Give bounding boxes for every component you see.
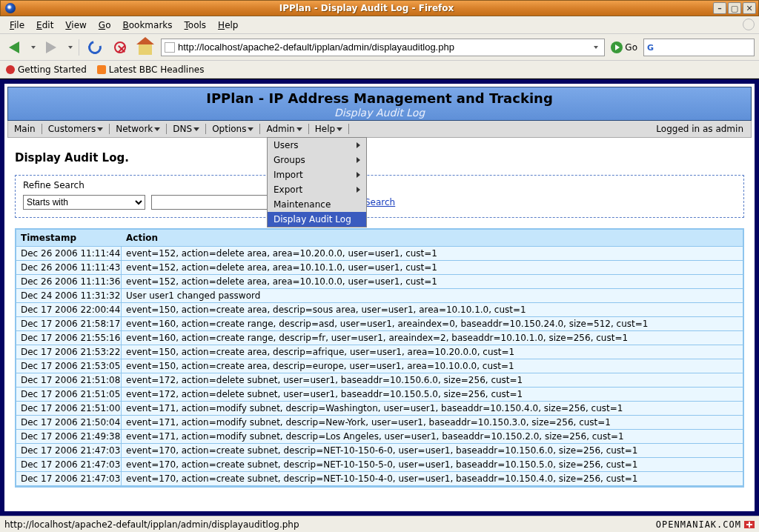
window-title: IPPlan - Display Audit Log - Firefox xyxy=(20,3,713,13)
url-bar[interactable] xyxy=(161,39,605,56)
nav-customers[interactable]: Customers xyxy=(42,121,110,137)
search-input[interactable] xyxy=(659,41,751,53)
chevron-right-icon xyxy=(357,157,360,163)
table-row: Dec 17 2006 22:00:44event=150, action=cr… xyxy=(16,303,743,317)
cell-action: event=170, action=create subnet, descrip… xyxy=(122,458,743,472)
maximize-button[interactable]: ▢ xyxy=(728,2,741,14)
url-history-dropdown[interactable] xyxy=(589,46,601,49)
forward-history-dropdown[interactable] xyxy=(68,46,73,49)
table-row: Dec 26 2006 11:11:44event=152, action=de… xyxy=(16,247,743,261)
table-row: Dec 17 2006 21:55:16event=160, action=cr… xyxy=(16,331,743,345)
back-history-dropdown[interactable] xyxy=(31,46,36,49)
table-row: Dec 26 2006 11:11:43event=152, action=de… xyxy=(16,261,743,275)
admin-menu-display-audit-log[interactable]: Display Audit Log xyxy=(268,212,366,227)
cell-timestamp: Dec 17 2006 21:53:05 xyxy=(16,359,122,373)
toolbar-separator xyxy=(79,39,79,56)
nav-help[interactable]: Help xyxy=(309,121,348,137)
login-status: Logged in as admin xyxy=(656,124,751,134)
cell-action: event=150, action=create area, descrip=e… xyxy=(122,359,743,373)
go-button[interactable]: Go xyxy=(611,41,637,53)
cell-action: event=152, action=delete area, area=10.1… xyxy=(122,261,743,275)
bookmark-icon xyxy=(6,65,15,74)
cell-timestamp: Dec 17 2006 21:51:08 xyxy=(16,373,122,388)
admin-menu-import[interactable]: Import xyxy=(268,167,366,182)
cell-timestamp: Dec 24 2006 11:31:32 xyxy=(16,289,122,303)
table-row: Dec 17 2006 21:53:22event=150, action=cr… xyxy=(16,345,743,359)
rss-icon xyxy=(97,65,106,74)
page-viewport: IPPlan - IP Address Management and Track… xyxy=(0,79,759,516)
cell-timestamp: Dec 17 2006 21:58:17 xyxy=(16,317,122,331)
menu-bookmarks[interactable]: Bookmarks xyxy=(117,18,177,33)
cell-action: event=171, action=modify subnet, descrip… xyxy=(122,430,743,444)
google-icon xyxy=(647,42,656,53)
menu-go[interactable]: Go xyxy=(93,18,116,33)
close-button[interactable]: ✕ xyxy=(743,2,756,14)
table-row: Dec 17 2006 21:47:03event=170, action=cr… xyxy=(16,472,743,486)
cell-timestamp: Dec 17 2006 21:49:38 xyxy=(16,430,122,444)
cell-action: event=152, action=delete area, area=10.1… xyxy=(122,275,743,289)
page-icon xyxy=(165,42,175,53)
cell-action: event=152, action=delete area, area=10.2… xyxy=(122,247,743,261)
bookmark-bbc-headlines[interactable]: Latest BBC Headlines xyxy=(97,64,205,75)
table-row: Dec 17 2006 21:51:08event=172, action=de… xyxy=(16,373,743,388)
cell-timestamp: Dec 17 2006 21:55:16 xyxy=(16,331,122,345)
table-row: Dec 17 2006 21:51:05event=172, action=de… xyxy=(16,388,743,402)
table-row: Dec 17 2006 21:53:05event=150, action=cr… xyxy=(16,359,743,373)
cell-timestamp: Dec 26 2006 11:11:43 xyxy=(16,261,122,275)
nav-network[interactable]: Network xyxy=(110,121,166,137)
cell-action: User user1 changed password xyxy=(122,289,743,303)
cell-action: event=160, action=create range, descrip=… xyxy=(122,317,743,331)
nav-admin[interactable]: Admin xyxy=(260,121,308,137)
menu-help[interactable]: Help xyxy=(213,18,243,33)
table-row: Dec 26 2006 11:11:36event=152, action=de… xyxy=(16,275,743,289)
window-titlebar: IPPlan - Display Audit Log - Firefox – ▢… xyxy=(0,0,759,16)
cell-action: event=170, action=create subnet, descrip… xyxy=(122,472,743,486)
back-button[interactable] xyxy=(4,38,24,57)
cell-action: event=171, action=modify subnet, descrip… xyxy=(122,416,743,430)
chevron-right-icon xyxy=(357,172,360,178)
menu-view[interactable]: View xyxy=(60,18,91,33)
cell-timestamp: Dec 26 2006 11:11:36 xyxy=(16,275,122,289)
swiss-flag-icon xyxy=(744,521,755,528)
table-row: Dec 17 2006 21:47:03event=170, action=cr… xyxy=(16,458,743,472)
bookmarks-toolbar: Getting Started Latest BBC Headlines xyxy=(0,61,759,79)
cell-action: event=150, action=create area, descrip=s… xyxy=(122,303,743,317)
table-row: Dec 24 2006 11:31:32User user1 changed p… xyxy=(16,289,743,303)
cell-timestamp: Dec 17 2006 21:47:03 xyxy=(16,444,122,458)
minimize-button[interactable]: – xyxy=(713,2,726,14)
admin-menu-groups[interactable]: Groups xyxy=(268,153,366,167)
chevron-right-icon xyxy=(357,187,360,193)
refine-mode-select[interactable]: Starts with xyxy=(23,195,145,210)
menu-tools[interactable]: Tools xyxy=(179,18,212,33)
forward-button[interactable] xyxy=(42,38,61,57)
admin-menu-export[interactable]: Export xyxy=(268,182,366,197)
home-button[interactable] xyxy=(136,38,155,57)
app-title: IPPlan - IP Address Management and Track… xyxy=(8,90,751,106)
bookmark-getting-started[interactable]: Getting Started xyxy=(6,64,87,75)
cell-timestamp: Dec 17 2006 21:47:03 xyxy=(16,458,122,472)
menu-edit[interactable]: Edit xyxy=(31,18,59,33)
table-row: Dec 17 2006 21:50:04event=171, action=mo… xyxy=(16,416,743,430)
menu-file[interactable]: File xyxy=(4,18,30,33)
firefox-icon xyxy=(5,3,16,13)
refine-search-link[interactable]: Search xyxy=(365,197,395,207)
admin-menu-users[interactable]: Users xyxy=(268,138,366,153)
chevron-down-icon xyxy=(337,127,342,131)
nav-options[interactable]: Options xyxy=(206,121,259,137)
cell-action: event=160, action=create range, descrip=… xyxy=(122,331,743,345)
status-text: http://localhost/apache2-default/ipplan/… xyxy=(4,519,299,530)
app-nav: Main Customers Network DNS Options Admin… xyxy=(7,121,752,138)
admin-menu-maintenance[interactable]: Maintenance xyxy=(268,197,366,212)
refine-legend: Refine Search xyxy=(23,180,736,190)
table-row: Dec 17 2006 21:49:38event=171, action=mo… xyxy=(16,430,743,444)
cell-timestamp: Dec 17 2006 21:53:22 xyxy=(16,345,122,359)
nav-dns[interactable]: DNS xyxy=(167,121,205,137)
nav-main[interactable]: Main xyxy=(8,121,42,137)
app-header: IPPlan - IP Address Management and Track… xyxy=(7,87,752,121)
url-input[interactable] xyxy=(178,41,586,53)
cell-timestamp: Dec 17 2006 21:51:05 xyxy=(16,388,122,402)
cell-timestamp: Dec 26 2006 11:11:44 xyxy=(16,247,122,261)
stop-button[interactable] xyxy=(110,38,130,57)
search-box[interactable] xyxy=(643,39,755,56)
reload-button[interactable] xyxy=(85,38,105,57)
